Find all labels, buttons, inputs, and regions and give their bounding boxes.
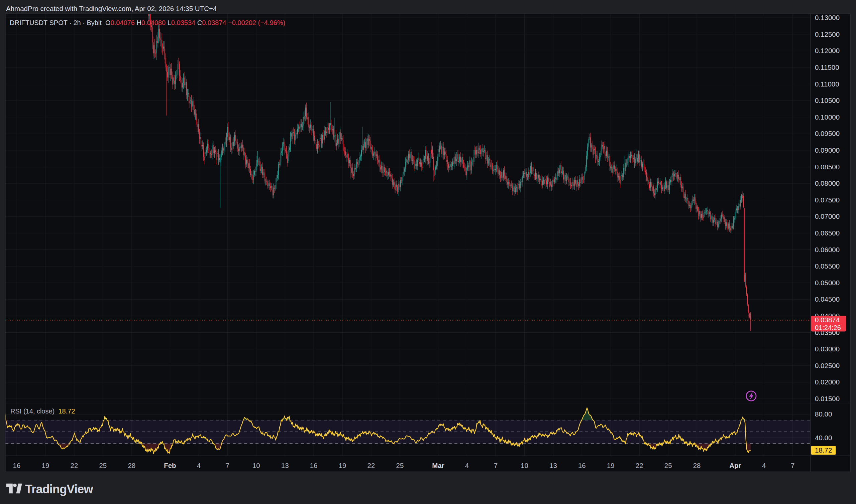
svg-text:TradingView: TradingView [25,482,93,496]
svg-text:25: 25 [99,462,107,469]
svg-text:0.06000: 0.06000 [815,246,840,253]
svg-text:0.03874: 0.03874 [815,316,840,324]
svg-text:40.00: 40.00 [815,434,832,442]
svg-text:0.08000: 0.08000 [815,179,840,187]
svg-text:18.72: 18.72 [815,446,832,454]
svg-text:19: 19 [41,462,49,469]
svg-text:28: 28 [128,462,135,469]
svg-text:0.02000: 0.02000 [815,378,840,386]
svg-text:16: 16 [13,462,21,469]
svg-text:0.07500: 0.07500 [815,196,840,204]
svg-text:22: 22 [70,462,78,469]
svg-text:01:24:26: 01:24:26 [815,324,841,331]
svg-text:4: 4 [465,462,469,469]
svg-text:AhmadPro created with TradingV: AhmadPro created with TradingView.com, A… [6,5,217,12]
svg-text:0.03000: 0.03000 [815,345,840,353]
svg-text:0.05000: 0.05000 [815,279,840,287]
svg-text:0.10500: 0.10500 [815,96,840,104]
svg-text:13: 13 [549,462,557,469]
svg-text:16: 16 [578,462,586,469]
svg-text:16: 16 [310,462,318,469]
svg-text:4: 4 [197,462,201,469]
svg-text:Apr: Apr [729,462,741,469]
svg-text:0.05500: 0.05500 [815,262,840,270]
svg-text:0.13000: 0.13000 [815,14,840,21]
svg-text:7: 7 [791,462,794,469]
svg-text:19: 19 [339,462,346,469]
svg-text:0.07000: 0.07000 [815,212,840,220]
svg-text:10: 10 [253,462,260,469]
svg-text:25: 25 [664,462,672,469]
svg-text:10: 10 [520,462,528,469]
svg-text:22: 22 [636,462,643,469]
svg-text:0.10000: 0.10000 [815,113,840,121]
svg-text:0.04500: 0.04500 [815,295,840,303]
svg-text:13: 13 [281,462,289,469]
svg-text:22: 22 [367,462,375,469]
svg-text:0.11000: 0.11000 [815,80,839,88]
svg-text:80.00: 80.00 [815,410,832,418]
svg-text:0.08500: 0.08500 [815,163,840,171]
svg-text:Feb: Feb [164,462,176,469]
svg-text:Mar: Mar [432,462,444,469]
svg-text:0.09500: 0.09500 [815,130,840,137]
svg-text:7: 7 [494,462,498,469]
svg-text:28: 28 [693,462,701,469]
svg-text:RSI (14, close) 18.72: RSI (14, close) 18.72 [10,408,75,415]
svg-text:19: 19 [607,462,615,469]
svg-text:0.11500: 0.11500 [815,64,839,71]
svg-text:0.02500: 0.02500 [815,362,840,370]
svg-text:7: 7 [226,462,229,469]
svg-text:0.09000: 0.09000 [815,146,840,154]
svg-text:25: 25 [396,462,404,469]
svg-text:0.01500: 0.01500 [815,395,840,402]
svg-text:0.12500: 0.12500 [815,30,840,38]
svg-text:0.12000: 0.12000 [815,47,840,54]
svg-text:DRIFTUSDT SPOT · 2h · Bybit O: DRIFTUSDT SPOT · 2h · Bybit O0.04076 H0.… [10,19,285,26]
svg-text:0.06500: 0.06500 [815,229,840,237]
svg-text:4: 4 [762,462,766,469]
